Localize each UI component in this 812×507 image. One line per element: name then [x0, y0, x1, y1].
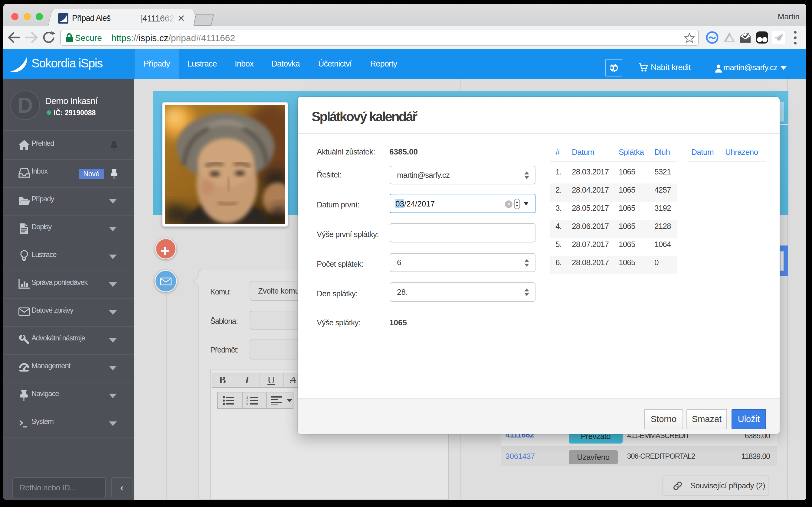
svg-text:3: 3: [246, 402, 248, 405]
